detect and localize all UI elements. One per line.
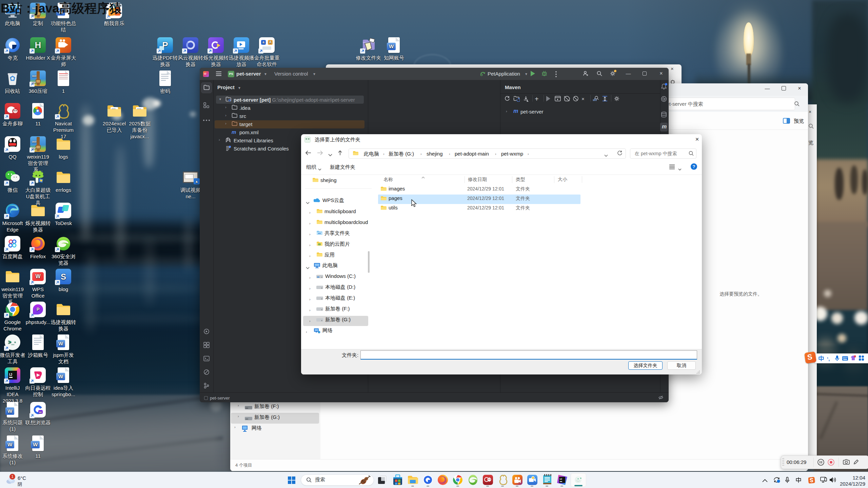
- svg-text:AI: AI: [39, 411, 42, 414]
- svg-text:IJ: IJ: [560, 477, 562, 481]
